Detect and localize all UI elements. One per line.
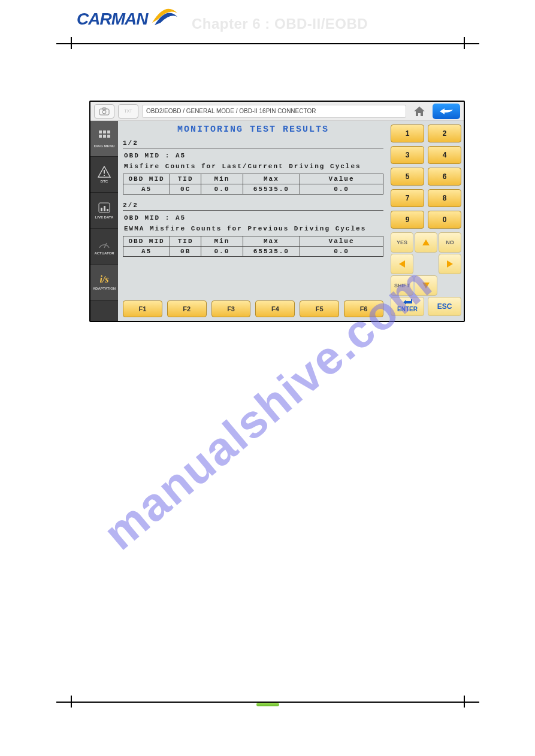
- th: Min: [201, 236, 243, 247]
- num-2[interactable]: 2: [428, 125, 461, 142]
- table-row[interactable]: A5 0B 0.0 65535.0 0.0: [123, 247, 383, 257]
- chart-icon: [98, 202, 111, 214]
- svg-rect-13: [104, 206, 105, 211]
- up-button[interactable]: [415, 232, 437, 253]
- result-group-1: 1/2 OBD MID : A5 Misfire Counts for Last…: [123, 138, 383, 195]
- td: 0.0: [300, 247, 383, 257]
- td: 0.0: [201, 184, 243, 195]
- th: TID: [170, 236, 201, 247]
- adapt-glyph: i/s: [99, 274, 108, 285]
- data-table-1: OBD MID TID Min Max Value A5 0C 0.0 6553…: [123, 174, 383, 195]
- camera-button[interactable]: [94, 104, 114, 119]
- svg-rect-8: [107, 135, 110, 138]
- num-6[interactable]: 6: [428, 168, 461, 186]
- arrow-down-icon: [422, 283, 430, 289]
- num-4[interactable]: 4: [428, 146, 461, 164]
- center-pane: MONITORING TEST RESULTS 1/2 OBD MID : A5…: [118, 121, 388, 321]
- down-button[interactable]: [415, 275, 437, 296]
- function-row: F1 F2 F3 F4 F5 F6: [118, 300, 388, 317]
- th: OBD MID: [123, 174, 170, 184]
- num-9[interactable]: 9: [391, 211, 424, 229]
- num-8[interactable]: 8: [428, 189, 461, 207]
- arrow-left-icon: [399, 260, 405, 268]
- group-index: 2/2: [123, 201, 383, 211]
- shift-button[interactable]: SHIFT: [391, 275, 413, 296]
- f4-button[interactable]: F4: [255, 300, 295, 317]
- th: Value: [300, 236, 383, 247]
- group-index: 1/2: [123, 138, 383, 148]
- table-row[interactable]: A5 0C 0.0 65535.0 0.0: [123, 184, 383, 195]
- td: 0B: [170, 247, 201, 257]
- txt-label: TXT: [124, 109, 132, 113]
- th: Max: [243, 174, 300, 184]
- yes-button[interactable]: YES: [391, 232, 413, 253]
- td: 65535.0: [243, 247, 300, 257]
- back-button[interactable]: [433, 104, 460, 119]
- page-marker: [256, 703, 279, 706]
- f3-button[interactable]: F3: [211, 300, 251, 317]
- left-button[interactable]: [391, 254, 413, 274]
- svg-rect-10: [104, 175, 105, 176]
- td: 0C: [170, 184, 201, 195]
- back-arrow-icon: [438, 107, 455, 116]
- svg-rect-12: [101, 208, 102, 211]
- rail-actuator[interactable]: ACTUATOR: [90, 229, 118, 265]
- brand-text: CARMAN: [77, 11, 147, 28]
- num-5[interactable]: 5: [391, 168, 424, 186]
- rail-diag-menu[interactable]: DIAG MENU: [90, 121, 118, 157]
- home-icon: [413, 106, 425, 117]
- keypad: 1 2 3 4 5 6 7 8 9 0 YES NO SHIFT: [388, 121, 464, 321]
- td: A5: [123, 184, 170, 195]
- right-button[interactable]: [439, 254, 461, 274]
- th: TID: [170, 174, 201, 184]
- td: A5: [123, 247, 170, 257]
- rail-label: DTC: [101, 180, 108, 183]
- f1-button[interactable]: F1: [123, 300, 162, 317]
- rail-label: ACTUATOR: [94, 251, 114, 255]
- th: Value: [300, 174, 383, 184]
- num-7[interactable]: 7: [391, 189, 424, 207]
- rule-top: [56, 43, 479, 44]
- svg-point-1: [102, 110, 106, 114]
- rail-label: DIAG MENU: [94, 144, 114, 148]
- svg-rect-3: [99, 130, 102, 133]
- td: 0.0: [201, 247, 243, 257]
- rail-dtc[interactable]: DTC: [90, 157, 118, 193]
- txt-button[interactable]: TXT: [118, 104, 138, 119]
- warning-icon: [98, 166, 111, 178]
- rail-label: LIVE DATA: [95, 215, 114, 219]
- num-1[interactable]: 1: [391, 125, 424, 142]
- data-table-2: OBD MID TID Min Max Value A5 0B 0.0 6553…: [123, 236, 383, 257]
- home-button[interactable]: [410, 104, 429, 119]
- svg-rect-14: [107, 209, 108, 211]
- gauge-icon: [98, 238, 111, 250]
- th: Min: [201, 174, 243, 184]
- enter-button[interactable]: ENTER: [391, 297, 424, 316]
- f6-button[interactable]: F6: [344, 300, 383, 317]
- no-button[interactable]: NO: [439, 232, 461, 253]
- num-3[interactable]: 3: [391, 146, 424, 164]
- svg-rect-6: [99, 135, 102, 138]
- f2-button[interactable]: F2: [167, 300, 207, 317]
- breadcrumb: OBD2/EOBD / GENERAL MODE / OBD-II 16PIN …: [142, 105, 406, 118]
- camera-icon: [99, 107, 110, 116]
- swoosh-icon: [151, 5, 179, 28]
- f5-button[interactable]: F5: [300, 300, 339, 317]
- esc-button[interactable]: ESC: [428, 297, 461, 316]
- top-bar: TXT OBD2/EOBD / GENERAL MODE / OBD-II 16…: [90, 102, 464, 121]
- enter-label: ENTER: [397, 305, 418, 314]
- rail-label: ADAPTATION: [93, 287, 116, 290]
- rail-adaptation[interactable]: i/s ADAPTATION: [90, 265, 118, 300]
- screen-title: MONITORING TEST RESULTS: [118, 121, 388, 136]
- arrow-up-icon: [422, 239, 430, 245]
- result-group-2: 2/2 OBD MID : A5 EWMA Misfire Counts for…: [123, 201, 383, 257]
- group-mid: OBD MID : A5: [123, 211, 383, 223]
- td: 0.0: [300, 184, 383, 195]
- svg-rect-4: [103, 130, 106, 133]
- num-0[interactable]: 0: [428, 211, 461, 229]
- group-mid: OBD MID : A5: [123, 148, 383, 160]
- dpad: YES NO SHIFT: [391, 232, 461, 293]
- th: Max: [243, 236, 300, 247]
- rail-live-data[interactable]: LIVE DATA: [90, 193, 118, 229]
- left-rail: DIAG MENU DTC LIVE DATA ACTUATOR i/s ADA…: [90, 121, 118, 321]
